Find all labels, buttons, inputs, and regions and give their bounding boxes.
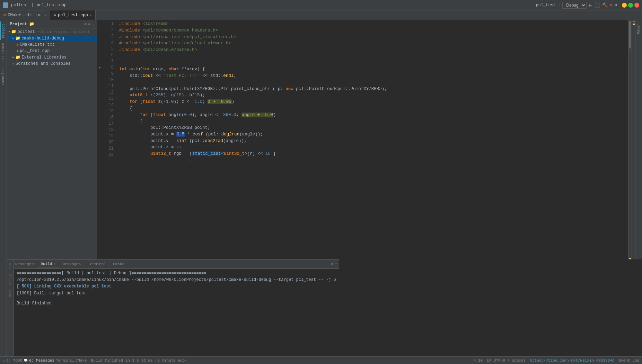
root-label: pcltest bbox=[17, 29, 35, 34]
code-editor[interactable]: #include <iostream> #include <pcl/common… bbox=[116, 20, 628, 259]
bottom-tab-bar: Messages: Build ✕ Messages Terminal CMak… bbox=[14, 260, 339, 269]
panel-settings-icon[interactable]: ⚙ bbox=[331, 261, 333, 267]
vtab-structure[interactable]: Structure bbox=[1, 41, 6, 64]
bottom-vtab-run[interactable]: Run bbox=[8, 261, 13, 272]
tree-cmake-file[interactable]: ⚙ CMakeLists.txt bbox=[7, 42, 97, 48]
tab-cpp[interactable]: ◆ pcl_test.cpp ✕ bbox=[50, 10, 96, 20]
status-msg-icon: 💬 bbox=[24, 358, 28, 363]
tab-cmake-close[interactable]: ✕ bbox=[44, 13, 46, 17]
build-cmd-line: ==================[ Build | pcl_test | D… bbox=[17, 270, 336, 277]
app-name: pcltest bbox=[11, 3, 28, 8]
cmake-build-chevron: ▶ bbox=[12, 36, 14, 40]
status-cmake[interactable]: CMake bbox=[76, 358, 87, 363]
title-separator: | bbox=[31, 3, 34, 8]
tree-ext-libs[interactable]: ▶ 📁 External Libraries bbox=[7, 54, 97, 61]
code-container: ▶ 1 2 3 4 5 6 7 8 9 10 11 bbox=[97, 20, 635, 259]
project-settings-icon[interactable]: ⚙ bbox=[84, 22, 87, 26]
status-warning-icon: ⚠ bbox=[3, 358, 5, 363]
encoding-info: LF UTF-8 4 spaces bbox=[487, 358, 526, 363]
cmake-file-tree-icon: ⚙ bbox=[17, 43, 19, 47]
folder-icon-header: 📁 bbox=[29, 21, 34, 27]
project-header-icons: ⚙ ≡ — bbox=[84, 22, 94, 26]
event-log[interactable]: Event Log bbox=[619, 358, 639, 363]
bottom-left-vtabs: Run Debug TODO bbox=[7, 259, 14, 356]
csdn-link[interactable]: https://blog.csdn.net/weixin_43619346 bbox=[530, 358, 614, 363]
file-title: pcl_test.cpp bbox=[37, 3, 67, 8]
close-button[interactable] bbox=[634, 3, 639, 8]
build-tab-label: Build bbox=[41, 262, 52, 266]
build-button[interactable]: 🔨 bbox=[602, 2, 608, 8]
scratches-icon: ✏ bbox=[12, 62, 15, 66]
run-button[interactable]: ▶ bbox=[589, 2, 592, 9]
cmake-build-folder-icon: 📁 bbox=[15, 36, 20, 41]
messages-tab-label: Messages: bbox=[15, 262, 36, 266]
tree-scratches[interactable]: ✏ Scratches and Consoles bbox=[7, 61, 97, 67]
line-numbers: 1 2 3 4 5 6 7 8 9 10 11 12 13 14 bbox=[103, 20, 116, 259]
bottom-vtab-debug[interactable]: Debug bbox=[8, 272, 13, 287]
debug-button[interactable]: ⬛ bbox=[594, 2, 600, 8]
right-sidebar: Maven bbox=[635, 20, 642, 259]
settings-button[interactable]: ⚙ bbox=[615, 2, 617, 8]
build-status-text: Build finished in 1 s 92 ms (a minute ag… bbox=[91, 358, 187, 363]
edge-mark-ok bbox=[633, 21, 635, 22]
scratches-label: Scratches and Consoles bbox=[16, 61, 70, 66]
build-built-line: [100%] Built target pcl_test bbox=[17, 290, 336, 297]
bottom-panel-outer: Run Debug TODO Messages: Build ✕ Message… bbox=[7, 259, 642, 356]
vtab-favorites[interactable]: Favorites bbox=[1, 64, 6, 87]
messages-tab[interactable]: Messages bbox=[59, 261, 84, 267]
cmake-tab-label: CMake bbox=[113, 262, 124, 266]
tab-cmake-label: CMakeLists.txt bbox=[8, 13, 43, 18]
debug-config-dropdown[interactable]: Debug bbox=[562, 2, 587, 9]
left-vertical-tabs: Project Structure Favorites bbox=[0, 20, 7, 356]
bottom-vtab-todo[interactable]: TODO bbox=[8, 287, 13, 300]
build-tab-close[interactable]: ✕ bbox=[53, 262, 55, 266]
center-layout: Project 📁 ⚙ ≡ — ▼ 📁 pcltest ~/CLionProje… bbox=[7, 20, 642, 356]
app-icon bbox=[3, 2, 8, 8]
maximize-button[interactable] bbox=[628, 3, 633, 8]
build-cmake-cmd: /opt/clion-2019.2.5/bin/cmake/linux/bin/… bbox=[17, 277, 336, 283]
project-sort-icon[interactable]: ≡ bbox=[88, 22, 90, 26]
tab-cmake[interactable]: ⚙ CMakeLists.txt ✕ bbox=[0, 10, 50, 20]
cmake-tab[interactable]: CMake bbox=[109, 261, 128, 267]
build-tab[interactable]: Build ✕ bbox=[37, 261, 59, 267]
project-panel-title: Project bbox=[10, 22, 27, 27]
build-finished-line: Build finished bbox=[17, 300, 336, 307]
ext-libs-label: External Libraries bbox=[21, 55, 67, 60]
editor-area: ▶ 1 2 3 4 5 6 7 8 9 10 11 bbox=[97, 20, 635, 259]
tree-cmake-build[interactable]: ▶ 📁 cmake-build-debug bbox=[7, 35, 97, 42]
vtab-project[interactable]: Project bbox=[0, 21, 6, 40]
stop-button[interactable]: ■ bbox=[610, 2, 613, 8]
project-panel: Project 📁 ⚙ ≡ — ▼ 📁 pcltest ~/CLionProje… bbox=[7, 20, 97, 259]
cpp-file-label: pcl_test.cpp bbox=[20, 48, 50, 53]
tab-cpp-label: pcl_test.cpp bbox=[58, 13, 88, 18]
window-controls bbox=[622, 3, 639, 8]
status-terminal[interactable]: Terminal bbox=[56, 358, 74, 363]
status-right: 4:10 LF UTF-8 4 spaces https://blog.csdn… bbox=[474, 358, 639, 363]
panel-close-icon[interactable]: — bbox=[335, 261, 337, 267]
cmake-file-label: CMakeLists.txt bbox=[20, 42, 55, 47]
tab-cpp-close[interactable]: ✕ bbox=[90, 13, 92, 17]
right-tab-maven[interactable]: Maven bbox=[636, 21, 641, 36]
cpp-file-icon: ◆ bbox=[54, 12, 56, 18]
messages-badge[interactable]: 0: Messages bbox=[29, 358, 54, 363]
todo-badge[interactable]: 6: TODO bbox=[6, 358, 22, 363]
editor-tabs: ⚙ CMakeLists.txt ✕ ◆ pcl_test.cpp ✕ bbox=[0, 10, 642, 20]
status-left: ⚠ 6: TODO 💬 0: Messages Terminal CMake bbox=[3, 358, 87, 363]
terminal-tab[interactable]: Terminal bbox=[84, 261, 109, 267]
title-bar-right: pcl_test | Debug ▶ ⬛ 🔨 ■ ⚙ bbox=[536, 2, 640, 9]
tree-root[interactable]: ▼ 📁 pcltest ~/CLionProjects/pcltest bbox=[7, 28, 97, 35]
outer-layout: Project Structure Favorites Project 📁 ⚙ … bbox=[0, 20, 642, 356]
scroll-thumb[interactable] bbox=[629, 21, 631, 48]
project-collapse-icon[interactable]: — bbox=[91, 22, 94, 26]
tree-cpp-file[interactable]: ◆ pcl_test.cpp bbox=[7, 48, 97, 54]
minimize-button[interactable] bbox=[622, 3, 627, 8]
title-bar: pcltest | pcl_test.cpp pcl_test | Debug … bbox=[0, 0, 642, 10]
build-output: ==================[ Build | pcl_test | D… bbox=[14, 269, 339, 356]
run-gutter-arrow[interactable]: ▶ bbox=[97, 64, 103, 71]
project-panel-header: Project 📁 ⚙ ≡ — bbox=[7, 20, 97, 28]
editor-scrollbar[interactable] bbox=[628, 20, 632, 259]
build-spacer bbox=[17, 297, 336, 300]
root-folder-icon: 📁 bbox=[11, 29, 16, 34]
cmake-build-label: cmake-build-debug bbox=[21, 36, 64, 41]
status-bar: ⚠ 6: TODO 💬 0: Messages Terminal CMake B… bbox=[0, 356, 642, 364]
